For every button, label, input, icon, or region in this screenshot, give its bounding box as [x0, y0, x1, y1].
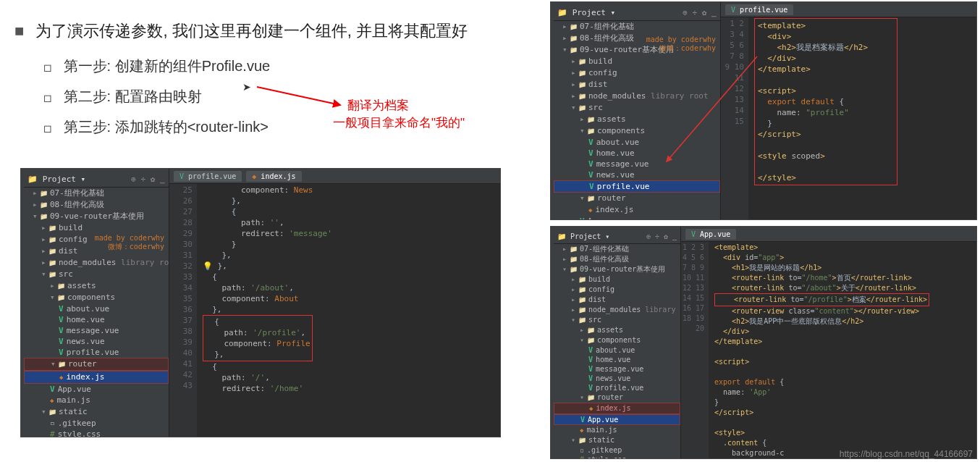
tree-node[interactable]: ▸node_modules library root: [554, 305, 680, 315]
tree-node[interactable]: ▸node_modules library root: [24, 257, 169, 269]
tree-file[interactable]: .gitkeep: [24, 418, 169, 429]
tree-file[interactable]: home.vue: [24, 314, 169, 325]
tree-node[interactable]: ▸assets: [554, 114, 720, 125]
tree-node[interactable]: ▾static: [554, 435, 680, 445]
tree-node[interactable]: ▸07-组件化基础: [24, 188, 169, 199]
tree-file[interactable]: profile.vue: [554, 383, 680, 392]
tree-node[interactable]: ▸config: [554, 285, 680, 295]
step2: ◻ 第二步: 配置路由映射: [43, 87, 550, 106]
tree-node[interactable]: ▸node_modules library root: [554, 91, 720, 102]
tree-node[interactable]: ▸assets: [24, 280, 169, 292]
annotation-translate: 翻译为档案: [347, 97, 409, 114]
tree-node[interactable]: ▸assets: [554, 325, 680, 335]
tree-file[interactable]: message.vue: [24, 325, 169, 336]
code-editor[interactable]: V profile.vue ◆ index.js 25 26 27 28 29 …: [169, 169, 500, 437]
tree-node[interactable]: ▾09-vue-router基本使用: [554, 264, 680, 274]
tree-file[interactable]: main.js: [24, 395, 169, 406]
project-header[interactable]: 📁 Project ▾ ⊕ ÷ ✿ ⎯: [554, 230, 680, 244]
tree-node[interactable]: ▾components: [554, 335, 680, 345]
line-gutter: 25 26 27 28 29 30 31 32 33 34 35 36 37 3…: [169, 169, 197, 437]
tree-file[interactable]: style.css: [24, 429, 169, 437]
code-editor[interactable]: V profile.vue 1 2 3 4 5 6 7 8 9 10 11 12…: [721, 2, 976, 219]
step1-text: 第一步: 创建新的组件Profile.vue: [64, 58, 271, 74]
tree-node[interactable]: ▸build: [554, 56, 720, 67]
step3: ◻ 第三步: 添加跳转的<router-link>: [43, 117, 550, 137]
tree-toolbar-icons[interactable]: ⊕ ÷ ✿ ⎯: [646, 232, 677, 241]
tree-node[interactable]: ▾components: [554, 125, 720, 137]
tree-node[interactable]: ▾src: [24, 269, 169, 280]
project-tree[interactable]: 📁 Project ▾ ⊕ ÷ ✿ ⎯ ▸07-组件化基础 ▸08-组件化高级 …: [551, 2, 721, 219]
code-content[interactable]: component: News }, { path: '', redirect:…: [197, 169, 338, 437]
code-editor[interactable]: V App.vue 1 2 3 4 5 6 7 8 9 10 11 12 13 …: [681, 227, 976, 458]
code-content[interactable]: <template> <div id="app"> <h1>我是网站的标题</h…: [709, 227, 935, 458]
ide-panel-profilevue: 📁 Project ▾ ⊕ ÷ ✿ ⎯ ▸07-组件化基础 ▸08-组件化高级 …: [550, 1, 977, 220]
tree-file[interactable]: about.vue: [24, 303, 169, 314]
tree-file[interactable]: style.css: [554, 455, 680, 459]
tab-profile[interactable]: V profile.vue: [725, 4, 793, 15]
tree-node[interactable]: ▸08-组件化高级: [24, 199, 169, 211]
tree-node[interactable]: ▾components: [24, 292, 169, 303]
tree-file[interactable]: index.js: [554, 204, 720, 216]
slide-text: ■ 为了演示传递参数, 我们这里再创建一个组件, 并且将其配置好 ◻ 第一步: …: [14, 7, 550, 148]
tree-toolbar-icons[interactable]: ⊕ ÷ ✿ ⎯: [683, 7, 717, 18]
code-content[interactable]: <template> <div> <h2>我是档案标题</h2> </div> …: [748, 2, 903, 219]
ide-panel-appvue: 📁 Project ▾ ⊕ ÷ ✿ ⎯ ▸07-组件化基础 ▸08-组件化高级 …: [550, 226, 977, 459]
tree-file[interactable]: news.vue: [554, 374, 680, 383]
step2-text: 第二步: 配置路由映射: [64, 88, 202, 104]
tree-file[interactable]: news.vue: [554, 169, 720, 180]
line-gutter: 1 2 3 4 5 6 7 8 9 10 11 12 13 14 15 16 1…: [681, 227, 709, 458]
tree-file[interactable]: main.js: [554, 425, 680, 435]
tree-file[interactable]: news.vue: [24, 336, 169, 347]
tree-file[interactable]: about.vue: [554, 345, 680, 355]
tree-node[interactable]: ▾09-vue-router基本使用: [24, 211, 169, 222]
tree-node[interactable]: ▾router: [554, 193, 720, 204]
tree-node[interactable]: ▸08-组件化高级: [554, 254, 680, 264]
tab-indexjs[interactable]: ◆ index.js: [246, 171, 301, 182]
tree-node[interactable]: ▸07-组件化基础: [554, 21, 720, 33]
tab-profile[interactable]: V profile.vue: [174, 171, 242, 182]
tree-file[interactable]: home.vue: [554, 355, 680, 364]
tree-node-router[interactable]: ▾router: [24, 358, 169, 371]
tree-node[interactable]: ▸build: [554, 274, 680, 285]
square-outline-icon: ◻: [43, 62, 52, 73]
step3-text: 第三步: 添加跳转的<router-link>: [64, 119, 269, 135]
tree-node[interactable]: ▾router: [554, 392, 680, 403]
tree-node[interactable]: ▾static: [24, 406, 169, 418]
tree-node[interactable]: ▸dist: [554, 295, 680, 305]
step1: ◻ 第一步: 创建新的组件Profile.vue: [43, 56, 550, 76]
tree-file-profile[interactable]: profile.vue: [554, 180, 720, 193]
tree-file-appvue[interactable]: App.vue: [554, 414, 680, 425]
editor-tabs[interactable]: V profile.vue ◆ index.js: [169, 169, 500, 184]
tree-file[interactable]: message.vue: [554, 364, 680, 374]
square-bullet-icon: ■: [14, 22, 24, 40]
tree-file[interactable]: App.vue: [24, 384, 169, 395]
tree-node[interactable]: ▸07-组件化基础: [554, 244, 680, 254]
editor-tabs[interactable]: V profile.vue: [721, 2, 976, 17]
cursor-icon: ➤: [242, 81, 251, 93]
tab-appvue[interactable]: V App.vue: [685, 229, 736, 240]
tree-node[interactable]: ▸build: [24, 222, 169, 234]
tree-node[interactable]: ▸dist: [554, 79, 720, 91]
tree-file[interactable]: home.vue: [554, 148, 720, 159]
tree-file[interactable]: message.vue: [554, 159, 720, 169]
tree-file[interactable]: App.vue: [554, 216, 720, 220]
tree-node[interactable]: ▾src: [554, 315, 680, 325]
tree-toolbar-icons[interactable]: ⊕ ÷ ✿ ⎯: [131, 174, 165, 185]
main-bullet-text: 为了演示传递参数, 我们这里再创建一个组件, 并且将其配置好: [35, 22, 467, 40]
square-outline-icon: ◻: [43, 122, 52, 134]
tree-file[interactable]: about.vue: [554, 137, 720, 148]
tree-file[interactable]: .gitkeep: [554, 445, 680, 455]
project-tree[interactable]: 📁 Project ▾ ⊕ ÷ ✿ ⎯ ▸07-组件化基础 ▸08-组件化高级 …: [21, 169, 169, 437]
project-label: Project: [43, 175, 76, 184]
editor-tabs[interactable]: V App.vue: [681, 227, 976, 242]
tree-file[interactable]: profile.vue: [24, 347, 169, 358]
tree-file-indexjs[interactable]: index.js: [24, 371, 169, 384]
ide-panel-indexjs: 📁 Project ▾ ⊕ ÷ ✿ ⎯ ▸07-组件化基础 ▸08-组件化高级 …: [20, 168, 501, 437]
project-header[interactable]: 📁 Project ▾ ⊕ ÷ ✿ ⎯: [24, 172, 169, 188]
project-header[interactable]: 📁 Project ▾ ⊕ ÷ ✿ ⎯: [554, 5, 720, 21]
project-tree[interactable]: 📁 Project ▾ ⊕ ÷ ✿ ⎯ ▸07-组件化基础 ▸08-组件化高级 …: [551, 227, 681, 458]
tree-file[interactable]: index.js: [554, 403, 680, 414]
tree-node[interactable]: ▾src: [554, 102, 720, 114]
tree-node[interactable]: ▸config: [554, 67, 720, 79]
main-bullet: ■ 为了演示传递参数, 我们这里再创建一个组件, 并且将其配置好: [14, 20, 550, 42]
